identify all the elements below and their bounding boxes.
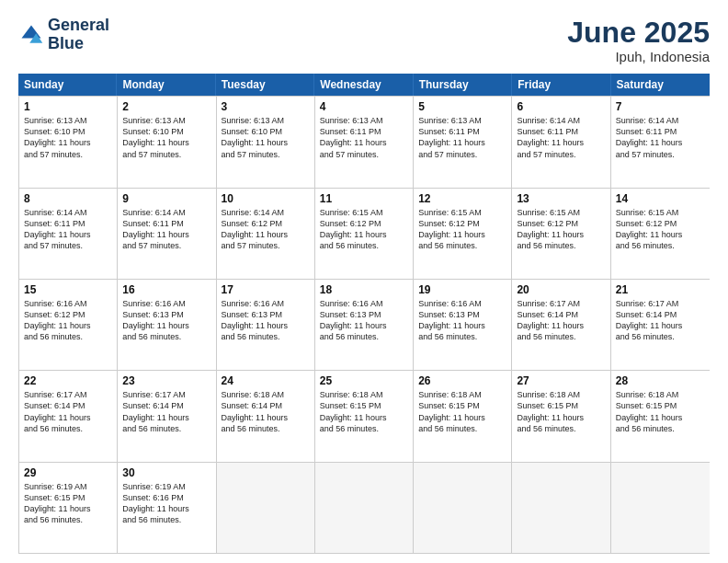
day-number: 14 <box>616 192 705 205</box>
day-cell-14: 14Sunrise: 6:15 AMSunset: 6:12 PMDayligh… <box>611 189 710 279</box>
day-number: 28 <box>616 374 705 387</box>
weekday-header-monday: Monday <box>117 74 215 96</box>
calendar-row-5: 29Sunrise: 6:19 AMSunset: 6:15 PMDayligh… <box>19 462 710 553</box>
weekday-header-tuesday: Tuesday <box>216 74 314 96</box>
day-cell-27: 27Sunrise: 6:18 AMSunset: 6:15 PMDayligh… <box>512 371 610 461</box>
empty-cell <box>217 463 315 553</box>
day-info: Sunrise: 6:13 AMSunset: 6:10 PMDaylight:… <box>122 115 210 160</box>
day-info: Sunrise: 6:14 AMSunset: 6:11 PMDaylight:… <box>616 115 705 160</box>
day-cell-21: 21Sunrise: 6:17 AMSunset: 6:14 PMDayligh… <box>611 280 710 370</box>
day-info: Sunrise: 6:18 AMSunset: 6:15 PMDaylight:… <box>320 389 408 434</box>
day-number: 13 <box>517 192 605 205</box>
day-info: Sunrise: 6:17 AMSunset: 6:14 PMDaylight:… <box>616 298 705 343</box>
day-number: 4 <box>320 100 408 113</box>
empty-cell <box>512 463 610 553</box>
day-cell-22: 22Sunrise: 6:17 AMSunset: 6:14 PMDayligh… <box>19 371 118 461</box>
location-title: Ipuh, Indonesia <box>567 49 710 64</box>
day-number: 10 <box>222 192 310 205</box>
day-number: 21 <box>616 283 705 296</box>
day-info: Sunrise: 6:15 AMSunset: 6:12 PMDaylight:… <box>418 207 506 252</box>
calendar-header: SundayMondayTuesdayWednesdayThursdayFrid… <box>18 74 710 96</box>
day-cell-16: 16Sunrise: 6:16 AMSunset: 6:13 PMDayligh… <box>118 280 216 370</box>
empty-cell <box>414 463 512 553</box>
day-info: Sunrise: 6:14 AMSunset: 6:11 PMDaylight:… <box>517 115 605 160</box>
day-info: Sunrise: 6:16 AMSunset: 6:13 PMDaylight:… <box>222 298 310 343</box>
day-number: 1 <box>24 100 112 113</box>
day-cell-9: 9Sunrise: 6:14 AMSunset: 6:11 PMDaylight… <box>118 189 216 279</box>
day-number: 6 <box>517 100 605 113</box>
day-cell-30: 30Sunrise: 6:19 AMSunset: 6:16 PMDayligh… <box>118 463 216 553</box>
page: General Blue June 2025 Ipuh, Indonesia S… <box>0 0 728 563</box>
day-cell-28: 28Sunrise: 6:18 AMSunset: 6:15 PMDayligh… <box>611 371 710 461</box>
day-number: 16 <box>122 283 210 296</box>
day-number: 11 <box>320 192 408 205</box>
weekday-header-saturday: Saturday <box>611 74 710 96</box>
day-number: 15 <box>24 283 112 296</box>
calendar-row-4: 22Sunrise: 6:17 AMSunset: 6:14 PMDayligh… <box>19 370 710 461</box>
day-info: Sunrise: 6:19 AMSunset: 6:16 PMDaylight:… <box>122 481 210 526</box>
day-number: 25 <box>320 374 408 387</box>
empty-cell <box>611 463 710 553</box>
day-number: 17 <box>222 283 310 296</box>
day-number: 8 <box>24 192 112 205</box>
day-info: Sunrise: 6:15 AMSunset: 6:12 PMDaylight:… <box>320 207 408 252</box>
logo-icon <box>18 22 44 48</box>
day-cell-17: 17Sunrise: 6:16 AMSunset: 6:13 PMDayligh… <box>217 280 315 370</box>
day-info: Sunrise: 6:16 AMSunset: 6:13 PMDaylight:… <box>418 298 506 343</box>
day-info: Sunrise: 6:18 AMSunset: 6:15 PMDaylight:… <box>616 389 705 434</box>
day-cell-1: 1Sunrise: 6:13 AMSunset: 6:10 PMDaylight… <box>19 97 118 187</box>
day-cell-5: 5Sunrise: 6:13 AMSunset: 6:11 PMDaylight… <box>414 97 512 187</box>
day-number: 22 <box>24 374 112 387</box>
day-number: 18 <box>320 283 408 296</box>
day-cell-7: 7Sunrise: 6:14 AMSunset: 6:11 PMDaylight… <box>611 97 710 187</box>
day-cell-29: 29Sunrise: 6:19 AMSunset: 6:15 PMDayligh… <box>19 463 118 553</box>
calendar-row-3: 15Sunrise: 6:16 AMSunset: 6:12 PMDayligh… <box>19 279 710 370</box>
weekday-header-sunday: Sunday <box>18 74 117 96</box>
day-number: 3 <box>222 100 310 113</box>
day-cell-8: 8Sunrise: 6:14 AMSunset: 6:11 PMDaylight… <box>19 189 118 279</box>
day-info: Sunrise: 6:14 AMSunset: 6:11 PMDaylight:… <box>24 207 112 252</box>
calendar: SundayMondayTuesdayWednesdayThursdayFrid… <box>18 74 710 554</box>
day-number: 2 <box>122 100 210 113</box>
weekday-header-friday: Friday <box>512 74 610 96</box>
day-cell-13: 13Sunrise: 6:15 AMSunset: 6:12 PMDayligh… <box>512 189 610 279</box>
day-info: Sunrise: 6:13 AMSunset: 6:11 PMDaylight:… <box>418 115 506 160</box>
day-info: Sunrise: 6:17 AMSunset: 6:14 PMDaylight:… <box>122 389 210 434</box>
logo-line2: Blue <box>48 35 109 53</box>
day-cell-23: 23Sunrise: 6:17 AMSunset: 6:14 PMDayligh… <box>118 371 216 461</box>
day-info: Sunrise: 6:18 AMSunset: 6:15 PMDaylight:… <box>517 389 605 434</box>
calendar-row-2: 8Sunrise: 6:14 AMSunset: 6:11 PMDaylight… <box>19 188 710 279</box>
day-cell-20: 20Sunrise: 6:17 AMSunset: 6:14 PMDayligh… <box>512 280 610 370</box>
day-info: Sunrise: 6:16 AMSunset: 6:13 PMDaylight:… <box>122 298 210 343</box>
weekday-header-wednesday: Wednesday <box>314 74 413 96</box>
day-number: 24 <box>222 374 310 387</box>
day-number: 19 <box>418 283 506 296</box>
day-number: 12 <box>418 192 506 205</box>
day-info: Sunrise: 6:16 AMSunset: 6:12 PMDaylight:… <box>24 298 112 343</box>
month-title: June 2025 <box>567 17 710 49</box>
day-number: 20 <box>517 283 605 296</box>
day-info: Sunrise: 6:18 AMSunset: 6:15 PMDaylight:… <box>418 389 506 434</box>
day-number: 7 <box>616 100 705 113</box>
day-number: 30 <box>122 466 210 479</box>
day-cell-18: 18Sunrise: 6:16 AMSunset: 6:13 PMDayligh… <box>315 280 414 370</box>
day-info: Sunrise: 6:13 AMSunset: 6:11 PMDaylight:… <box>320 115 408 160</box>
day-cell-3: 3Sunrise: 6:13 AMSunset: 6:10 PMDaylight… <box>217 97 315 187</box>
day-number: 9 <box>122 192 210 205</box>
day-cell-19: 19Sunrise: 6:16 AMSunset: 6:13 PMDayligh… <box>414 280 512 370</box>
logo: General Blue <box>18 17 109 53</box>
day-number: 26 <box>418 374 506 387</box>
header: General Blue June 2025 Ipuh, Indonesia <box>18 17 710 64</box>
day-number: 23 <box>122 374 210 387</box>
day-info: Sunrise: 6:17 AMSunset: 6:14 PMDaylight:… <box>517 298 605 343</box>
empty-cell <box>315 463 414 553</box>
day-info: Sunrise: 6:15 AMSunset: 6:12 PMDaylight:… <box>616 207 705 252</box>
day-cell-15: 15Sunrise: 6:16 AMSunset: 6:12 PMDayligh… <box>19 280 118 370</box>
day-info: Sunrise: 6:16 AMSunset: 6:13 PMDaylight:… <box>320 298 408 343</box>
day-cell-4: 4Sunrise: 6:13 AMSunset: 6:11 PMDaylight… <box>315 97 414 187</box>
weekday-header-thursday: Thursday <box>414 74 512 96</box>
day-info: Sunrise: 6:19 AMSunset: 6:15 PMDaylight:… <box>24 481 112 526</box>
day-number: 29 <box>24 466 112 479</box>
day-info: Sunrise: 6:13 AMSunset: 6:10 PMDaylight:… <box>222 115 310 160</box>
title-block: June 2025 Ipuh, Indonesia <box>567 17 710 64</box>
